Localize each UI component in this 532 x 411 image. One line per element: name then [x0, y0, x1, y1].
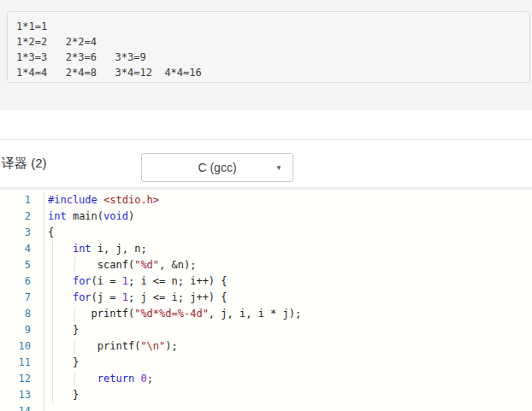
code-token: i, j, n; [92, 243, 147, 255]
code-line[interactable]: } [48, 387, 532, 403]
code-token: int [73, 243, 92, 255]
code-line[interactable]: int i, j, n; [48, 241, 532, 257]
code-line[interactable]: { [48, 225, 532, 241]
indent-guide [52, 290, 53, 306]
line-number: 8 [0, 306, 31, 322]
compiler-bar: 译器 (2) C (gcc) ▼ [0, 140, 532, 187]
code-token: { [48, 226, 54, 238]
indent-guide [52, 241, 53, 257]
line-number: 4 [0, 241, 31, 257]
line-number: 13 [0, 387, 31, 403]
line-number: 12 [0, 371, 31, 387]
code-token: scanf( [48, 259, 134, 271]
code-token: main( [67, 210, 103, 222]
code-token [98, 194, 103, 206]
output-panel: 1*1=1 1*2=2 2*2=4 1*3=3 2*3=6 3*3=9 1*4=… [7, 11, 530, 83]
spacer [0, 110, 532, 139]
code-token: printf( [48, 308, 134, 320]
output-line: 1*3=3 2*3=6 3*3=9 [16, 50, 521, 65]
code-token: "%d" [134, 259, 159, 271]
indent-guide [52, 306, 53, 322]
code-token: return [98, 373, 134, 385]
code-token: ) [128, 210, 134, 222]
code-line[interactable]: printf("%d*%d=%-4d", j, i, i * j); [48, 306, 532, 322]
indent-guide [52, 355, 53, 371]
line-number: 2 [0, 208, 31, 225]
code-editor[interactable]: 1234567891011121314 #include <stdio.h>in… [0, 190, 532, 411]
language-dropdown-value: C (gcc) [198, 161, 236, 174]
indent-guide [52, 371, 53, 387]
code-token: void [103, 210, 128, 222]
code-token: 1 [122, 275, 128, 287]
indent-guide [74, 338, 75, 355]
code-line[interactable]: printf("\n"); [48, 338, 532, 355]
line-number: 6 [0, 273, 31, 290]
code-token: , j, i, i * j); [209, 308, 301, 320]
compiler-label: 译器 (2) [2, 156, 47, 172]
code-line[interactable]: return 0; [48, 371, 532, 387]
code-token: 0 [140, 373, 146, 385]
editor-code[interactable]: #include <stdio.h>int main(void){ int i,… [44, 192, 532, 411]
indent-guide [52, 338, 53, 355]
code-token: 1 [122, 291, 128, 303]
code-token: ; i <= n; i++) { [128, 275, 228, 287]
code-token: (j = [92, 291, 122, 303]
code-line[interactable]: for(j = 1; j <= i; j++) { [48, 290, 532, 306]
indent-guide [52, 387, 53, 403]
code-token: printf( [48, 340, 140, 352]
code-token: ; [147, 373, 153, 385]
chevron-down-icon: ▼ [275, 164, 282, 172]
line-number: 1 [0, 192, 31, 208]
code-line[interactable]: for(i = 1; i <= n; i++) { [48, 273, 532, 290]
line-number: 9 [0, 322, 31, 338]
code-line[interactable]: scanf("%d", &n); [48, 257, 532, 273]
output-line: 1*2=2 2*2=4 [16, 34, 521, 50]
code-token: #include [48, 194, 98, 206]
code-token: (i = [92, 275, 122, 287]
indent-guide [52, 257, 53, 273]
output-section: 1*1=1 1*2=2 2*2=4 1*3=3 2*3=6 3*3=9 1*4=… [0, 0, 532, 110]
code-token [48, 373, 98, 385]
code-token: , &n); [159, 259, 196, 271]
code-token: ); [165, 340, 177, 352]
line-number: 7 [0, 290, 31, 306]
code-line[interactable]: } [48, 322, 532, 338]
indent-guide [52, 273, 53, 290]
code-token: "\n" [140, 340, 165, 352]
language-dropdown[interactable]: C (gcc) ▼ [141, 153, 293, 182]
code-token: for [73, 275, 92, 287]
code-line[interactable]: int main(void) [48, 208, 532, 225]
code-line[interactable]: #include <stdio.h> [48, 192, 532, 208]
code-token: <stdio.h> [103, 194, 159, 206]
editor-gutter: 1234567891011121314 [0, 192, 44, 411]
code-token: "%d*%d=%-4d" [134, 308, 209, 320]
output-line: 1*1=1 [16, 19, 521, 34]
line-number: 3 [0, 225, 31, 241]
indent-guide [74, 371, 75, 387]
line-number: 10 [0, 338, 31, 355]
code-token: int [48, 210, 67, 222]
code-line[interactable] [48, 403, 532, 411]
line-number: 5 [0, 257, 31, 273]
indent-guide [74, 257, 75, 273]
code-token: for [73, 291, 92, 303]
code-line[interactable]: } [48, 355, 532, 371]
code-token: ; j <= i; j++) { [128, 291, 228, 303]
line-number: 14 [0, 403, 31, 411]
line-number: 11 [0, 355, 31, 371]
output-line: 1*4=4 2*4=8 3*4=12 4*4=16 [16, 65, 521, 80]
indent-guide [52, 322, 53, 338]
indent-guide [74, 306, 75, 322]
